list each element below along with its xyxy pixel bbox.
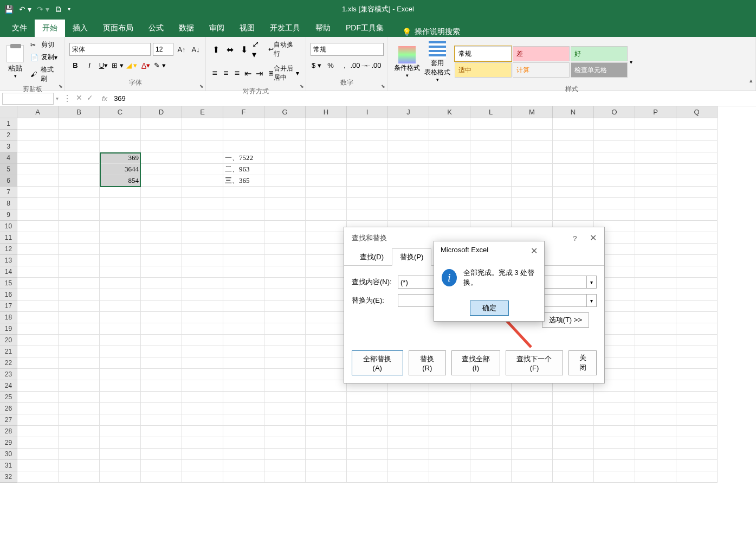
cell-E12[interactable] [182, 244, 223, 255]
cell-J4[interactable] [388, 152, 429, 164]
cell-N7[interactable] [553, 187, 594, 198]
cell-D25[interactable] [141, 392, 182, 403]
cell-Q30[interactable] [676, 449, 718, 460]
cell-K31[interactable] [429, 460, 470, 471]
col-header-H[interactable]: H [306, 106, 347, 118]
cell-D4[interactable] [141, 152, 182, 164]
align-top-icon[interactable]: ⬆ [210, 43, 222, 55]
decrease-font-icon[interactable]: A↓ [190, 43, 202, 55]
cell-B29[interactable] [59, 437, 100, 449]
cell-G5[interactable] [264, 164, 306, 175]
cell-G21[interactable] [264, 346, 306, 357]
border-button[interactable]: ⊞ ▾ [112, 59, 124, 71]
cell-G20[interactable] [264, 335, 306, 346]
col-header-E[interactable]: E [182, 106, 223, 118]
cell-F11[interactable] [223, 232, 264, 244]
cell-A14[interactable] [17, 266, 59, 278]
cell-E13[interactable] [182, 255, 223, 266]
cell-E5[interactable] [182, 164, 223, 175]
cell-F19[interactable] [223, 323, 264, 335]
cell-E11[interactable] [182, 232, 223, 244]
replace-dropdown-icon[interactable]: ▾ [587, 294, 597, 307]
cell-M5[interactable] [512, 164, 553, 175]
cell-A6[interactable] [17, 175, 59, 187]
cell-Q24[interactable] [676, 380, 718, 392]
cell-C29[interactable] [100, 437, 141, 449]
cell-style-1[interactable]: 差 [513, 46, 570, 61]
cell-F25[interactable] [223, 392, 264, 403]
cell-F31[interactable] [223, 460, 264, 471]
cell-L2[interactable] [470, 130, 512, 141]
cell-O29[interactable] [594, 437, 635, 449]
cell-F22[interactable] [223, 357, 264, 369]
cell-C6[interactable]: 854 [100, 175, 141, 187]
cell-H7[interactable] [306, 187, 347, 198]
cell-G9[interactable] [264, 209, 306, 221]
cell-E25[interactable] [182, 392, 223, 403]
cell-B3[interactable] [59, 141, 100, 152]
cell-D16[interactable] [141, 289, 182, 301]
cell-I30[interactable] [347, 449, 388, 460]
cell-H20[interactable] [306, 335, 347, 346]
cell-F23[interactable] [223, 369, 264, 380]
row-header-21[interactable]: 21 [0, 346, 17, 357]
cell-E30[interactable] [182, 449, 223, 460]
cell-Q5[interactable] [676, 164, 718, 175]
cell-D27[interactable] [141, 414, 182, 426]
cell-A28[interactable] [17, 426, 59, 437]
cell-A5[interactable] [17, 164, 59, 175]
cell-O8[interactable] [594, 198, 635, 209]
fill-color-button[interactable]: ◢ ▾ [126, 59, 138, 71]
cell-H23[interactable] [306, 369, 347, 380]
cell-Q18[interactable] [676, 312, 718, 323]
cell-N25[interactable] [553, 392, 594, 403]
cell-B5[interactable] [59, 164, 100, 175]
cell-B15[interactable] [59, 278, 100, 289]
cell-B4[interactable] [59, 152, 100, 164]
align-bottom-icon[interactable]: ⬇ [238, 43, 250, 55]
cell-N4[interactable] [553, 152, 594, 164]
cell-A3[interactable] [17, 141, 59, 152]
cell-C23[interactable] [100, 369, 141, 380]
cell-F4[interactable]: 一、7522 [223, 152, 264, 164]
cell-G18[interactable] [264, 312, 306, 323]
cell-Q32[interactable] [676, 471, 718, 483]
cell-P31[interactable] [635, 460, 676, 471]
cell-A24[interactable] [17, 380, 59, 392]
cell-D15[interactable] [141, 278, 182, 289]
row-header-7[interactable]: 7 [0, 187, 17, 198]
col-header-L[interactable]: L [470, 106, 512, 118]
cell-G10[interactable] [264, 221, 306, 232]
cell-D30[interactable] [141, 449, 182, 460]
cell-Q23[interactable] [676, 369, 718, 380]
cell-E27[interactable] [182, 414, 223, 426]
cell-L29[interactable] [470, 437, 512, 449]
cell-E22[interactable] [182, 357, 223, 369]
cell-Q26[interactable] [676, 403, 718, 414]
cell-J30[interactable] [388, 449, 429, 460]
cell-L7[interactable] [470, 187, 512, 198]
row-header-30[interactable]: 30 [0, 449, 17, 460]
cell-O30[interactable] [594, 449, 635, 460]
cell-M32[interactable] [512, 471, 553, 483]
cell-J27[interactable] [388, 414, 429, 426]
row-header-5[interactable]: 5 [0, 164, 17, 175]
cell-P8[interactable] [635, 198, 676, 209]
cell-D31[interactable] [141, 460, 182, 471]
cell-F12[interactable] [223, 244, 264, 255]
cell-D13[interactable] [141, 255, 182, 266]
cell-J31[interactable] [388, 460, 429, 471]
cell-C19[interactable] [100, 323, 141, 335]
cell-G3[interactable] [264, 141, 306, 152]
cell-F17[interactable] [223, 301, 264, 312]
col-header-J[interactable]: J [388, 106, 429, 118]
align-right-icon[interactable]: ≡ [232, 67, 242, 79]
cell-P12[interactable] [635, 244, 676, 255]
cell-H1[interactable] [306, 118, 347, 130]
cell-G30[interactable] [264, 449, 306, 460]
cell-P5[interactable] [635, 164, 676, 175]
cell-F26[interactable] [223, 403, 264, 414]
align-launcher-icon[interactable]: ⬊ [300, 84, 304, 89]
cell-H15[interactable] [306, 278, 347, 289]
cell-E24[interactable] [182, 380, 223, 392]
